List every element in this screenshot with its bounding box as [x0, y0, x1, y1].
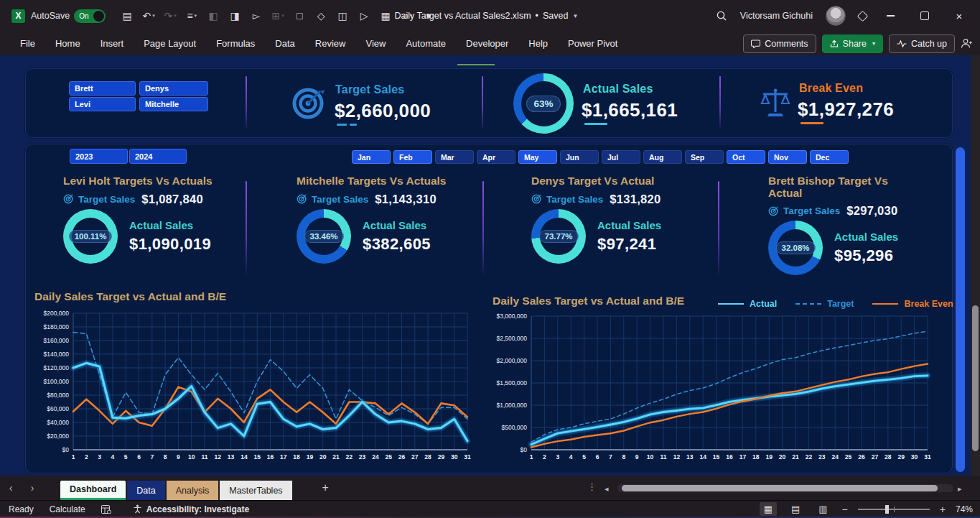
svg-text:8: 8 — [622, 453, 625, 461]
sheet-tab-mastertables[interactable]: MasterTables — [220, 481, 291, 500]
person-slicer-mitchelle[interactable]: Mitchelle — [139, 97, 208, 111]
eraser-icon[interactable]: ◇ — [311, 6, 331, 25]
page-layout-view-button[interactable]: ▤ — [787, 502, 804, 516]
bring-forward-icon[interactable]: ◧ — [203, 6, 223, 25]
sheet-nav-right-icon[interactable]: › — [22, 482, 43, 494]
group-objects-icon[interactable]: ⊞▾ — [268, 6, 288, 25]
redo-icon[interactable]: ↷▾ — [160, 6, 180, 25]
tabbar-options-icon[interactable]: ⋮ — [587, 481, 597, 492]
year-slicer-2024[interactable]: 2024 — [129, 149, 187, 164]
month-slicer-jul[interactable]: Jul — [602, 150, 640, 164]
month-slicer-apr[interactable]: Apr — [477, 150, 515, 164]
person-slicer-denys[interactable]: Denys — [139, 81, 208, 96]
card-target-row: Target Sales $131,820 — [531, 193, 715, 206]
person-add-icon[interactable] — [961, 38, 973, 49]
sheet-tab-dashboard[interactable]: Dashboard — [60, 481, 126, 500]
accessibility-status[interactable]: Accessibility: Investigate — [146, 504, 249, 514]
hscroll-left-icon[interactable]: ◂ — [605, 484, 609, 494]
page-break-view-button[interactable]: ▥ — [814, 502, 831, 516]
ribbon-tab-review[interactable]: Review — [305, 34, 356, 53]
month-slicer-jun[interactable]: Jun — [560, 150, 599, 164]
sheet-tab-data[interactable]: Data — [127, 481, 164, 500]
svg-text:19: 19 — [765, 453, 773, 461]
maximize-button[interactable] — [914, 5, 935, 27]
send-backward-icon[interactable]: ◨ — [225, 6, 245, 25]
month-slicer-dec[interactable]: Dec — [810, 150, 849, 164]
ribbon-tab-help[interactable]: Help — [518, 34, 558, 53]
month-slicer-feb[interactable]: Feb — [393, 150, 432, 164]
svg-text:16: 16 — [267, 453, 274, 461]
calculate-button[interactable]: Calculate — [50, 504, 85, 514]
month-slicer-aug[interactable]: Aug — [643, 150, 682, 164]
dropdown-icon[interactable]: ▾ — [152, 13, 155, 19]
hscroll-right-icon[interactable]: ▸ — [958, 484, 962, 494]
ribbon-tab-automate[interactable]: Automate — [396, 34, 456, 53]
ribbon-tab-file[interactable]: File — [10, 34, 45, 53]
new-file-icon[interactable]: □ — [289, 6, 309, 25]
cumulative-sales-chart[interactable]: $0$500,000$1,000,000$1,500,000$2,000,000… — [490, 307, 933, 471]
ribbon-tab-page-layout[interactable]: Page Layout — [134, 34, 206, 53]
catchup-button[interactable]: Catch up — [889, 34, 955, 53]
excel-logo-icon[interactable]: X — [11, 9, 25, 23]
document-title[interactable]: Daily Target vs Actual Sales2.xlsm • Sav… — [394, 11, 578, 21]
daily-sales-chart[interactable]: $0$20,000$40,000$60,000$80,000$100,000$1… — [32, 305, 473, 471]
svg-text:28: 28 — [885, 453, 892, 461]
diamond-icon[interactable] — [857, 10, 869, 22]
pointer-icon[interactable]: ▷ — [354, 6, 374, 25]
share-button[interactable]: Share ▾ — [822, 34, 883, 53]
actual-sales-donut: 63% — [513, 73, 574, 134]
svg-text:$40,000: $40,000 — [47, 419, 69, 426]
sheet-nav-left-icon[interactable]: ‹ — [0, 482, 22, 494]
person-slicer-levi[interactable]: Levi — [69, 97, 136, 111]
target-sales-label: Target Sales — [335, 83, 404, 96]
horizontal-scrollbar-thumb[interactable] — [622, 485, 938, 491]
sheet-tab-analysis[interactable]: Analysis — [167, 481, 219, 500]
outline-icon[interactable]: ≡▾ — [182, 6, 202, 25]
svg-text:10: 10 — [647, 453, 654, 461]
ribbon-tab-insert[interactable]: Insert — [90, 34, 134, 53]
dropdown-icon[interactable]: ▾ — [174, 13, 177, 19]
user-name[interactable]: Victorsam Gichuhi — [740, 11, 813, 21]
month-slicer-jan[interactable]: Jan — [352, 150, 391, 164]
accessibility-icon[interactable] — [133, 504, 142, 514]
ribbon-tab-home[interactable]: Home — [45, 34, 90, 53]
zoom-slider[interactable] — [858, 509, 930, 510]
toggle-knob-icon — [93, 11, 104, 22]
zoom-in-button[interactable]: + — [940, 504, 946, 515]
year-slicer-2023[interactable]: 2023 — [70, 149, 128, 164]
ribbon-tab-power-pivot[interactable]: Power Pivot — [558, 34, 627, 53]
chart-help-icon[interactable]: ◫ — [332, 6, 353, 25]
comments-button[interactable]: Comments — [743, 34, 816, 53]
normal-view-button[interactable]: ▦ — [760, 502, 777, 516]
macro-record-icon[interactable] — [101, 505, 111, 514]
month-slicer-may[interactable]: May — [518, 150, 557, 164]
month-slicer-sep[interactable]: Sep — [685, 150, 724, 164]
save-icon[interactable]: ▤ — [117, 6, 137, 25]
zoom-level[interactable]: 74% — [956, 504, 973, 514]
dropdown-icon[interactable]: ▾ — [195, 13, 197, 19]
month-slicer-nov[interactable]: Nov — [768, 150, 807, 164]
close-button[interactable]: × — [948, 5, 970, 27]
dropdown-icon[interactable]: ▾ — [281, 13, 284, 19]
ribbon-tab-developer[interactable]: Developer — [456, 34, 518, 53]
vertical-scrollbar-thumb[interactable] — [972, 305, 979, 451]
zoom-slider-thumb[interactable] — [885, 505, 889, 514]
month-slicer-mar[interactable]: Mar — [435, 150, 474, 164]
share-dropdown-icon[interactable]: ▾ — [872, 40, 875, 47]
select-objects-icon[interactable]: ▻ — [246, 6, 266, 25]
add-sheet-button[interactable]: + — [322, 481, 329, 494]
avatar[interactable] — [826, 6, 846, 26]
ribbon-tab-formulas[interactable]: Formulas — [206, 34, 265, 53]
ribbon-tab-view[interactable]: View — [355, 34, 396, 53]
person-slicer-brett[interactable]: Brett — [69, 81, 136, 96]
month-slicer-oct[interactable]: Oct — [727, 150, 765, 164]
undo-icon[interactable]: ↶▾ — [139, 6, 159, 25]
form-control-icon[interactable]: ▦ — [375, 6, 396, 25]
minimize-button[interactable] — [879, 5, 901, 27]
zoom-out-button[interactable]: − — [842, 504, 848, 515]
autosave-control[interactable]: AutoSave On — [31, 9, 106, 23]
card-title: Brett Bishop Target Vs Actual — [768, 175, 920, 199]
ribbon-tab-data[interactable]: Data — [265, 34, 304, 53]
search-icon[interactable] — [716, 10, 727, 22]
autosave-toggle[interactable]: On — [74, 9, 106, 23]
